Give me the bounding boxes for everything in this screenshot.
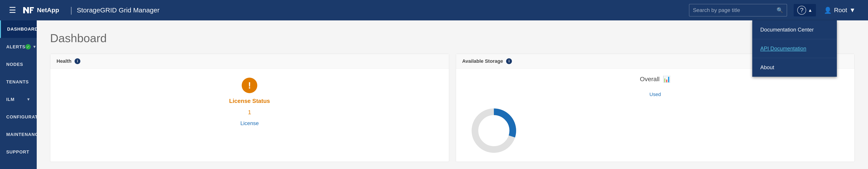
sidebar-tenants-label: TENANTS	[6, 79, 29, 85]
bar-chart-icon: 📊	[663, 75, 671, 83]
sidebar-item-ilm[interactable]: ILM ▼	[0, 91, 37, 108]
content-area: Dashboard Health i ! License Status 1 Li…	[37, 20, 868, 169]
main-layout: DASHBOARD ALERTS ✓ ▼ NODES TENANTS ILM ▼…	[0, 20, 868, 169]
api-doc-item[interactable]: API Documentation	[752, 39, 837, 58]
help-chevron-icon: ▲	[808, 8, 812, 13]
sidebar-item-configuration[interactable]: CONFIGURATION	[0, 108, 37, 126]
nav-divider: |	[70, 6, 72, 15]
storage-overall: Overall 📊	[640, 75, 671, 83]
health-panel-title: Health	[57, 58, 71, 64]
sidebar-maintenance-label: MAINTENANCE	[6, 132, 42, 137]
user-label: Root	[834, 7, 847, 14]
search-icon: 🔍	[777, 7, 783, 13]
doc-center-item[interactable]: Documentation Center	[752, 20, 837, 39]
about-label: About	[760, 64, 774, 70]
sidebar-ilm-label: ILM	[6, 97, 14, 102]
page-title: Dashboard	[50, 32, 855, 45]
health-panel: Health i ! License Status 1 License	[50, 54, 449, 162]
license-count: 1	[248, 109, 251, 116]
health-panel-header: Health i	[50, 54, 449, 69]
sidebar-item-alerts[interactable]: ALERTS ✓ ▼	[0, 38, 37, 56]
sidebar-item-maintenance[interactable]: MAINTENANCE	[0, 126, 37, 143]
sidebar-nodes-label: NODES	[6, 62, 23, 67]
hamburger-button[interactable]: ☰	[9, 6, 16, 15]
alerts-right: ✓ ▼	[25, 44, 36, 49]
sidebar-item-support[interactable]: SUPPORT	[0, 143, 37, 161]
license-link[interactable]: License	[240, 120, 259, 126]
sidebar-support-label: SUPPORT	[6, 150, 29, 155]
search-input[interactable]	[693, 7, 777, 13]
search-container: 🔍	[689, 4, 787, 16]
user-chevron-icon: ▼	[849, 7, 856, 14]
netapp-label: NetApp	[37, 7, 59, 14]
health-panel-body: ! License Status 1 License	[50, 69, 449, 135]
svg-rect-6	[30, 7, 31, 13]
netapp-logo-icon	[23, 6, 34, 14]
ilm-chevron-icon: ▼	[27, 97, 30, 102]
sidebar-alerts-label: ALERTS	[6, 44, 25, 49]
sidebar: DASHBOARD ALERTS ✓ ▼ NODES TENANTS ILM ▼…	[0, 20, 37, 169]
storage-overall-label: Overall	[640, 76, 660, 83]
donut-chart	[469, 106, 518, 155]
top-nav: ☰ NetApp | StorageGRID Grid Manager 🔍 ? …	[0, 0, 868, 20]
alerts-badge: ✓	[25, 44, 31, 49]
user-menu-button[interactable]: 👤 Root ▼	[820, 4, 859, 16]
storage-used-label: Used	[649, 92, 661, 97]
help-dropdown: Documentation Center API Documentation A…	[752, 20, 837, 77]
help-question-icon: ?	[797, 6, 806, 15]
panels-row: Health i ! License Status 1 License Avai…	[50, 54, 855, 162]
about-item[interactable]: About	[752, 58, 837, 77]
storage-panel-body: Overall 📊 Used	[456, 69, 855, 162]
sidebar-dashboard-label: DASHBOARD	[7, 27, 38, 32]
app-logo: NetApp	[23, 6, 59, 14]
license-warning-icon: !	[242, 78, 257, 93]
warning-symbol: !	[248, 81, 251, 90]
donut-chart-container	[469, 106, 518, 155]
alerts-chevron-icon: ▼	[32, 45, 36, 49]
app-title: StorageGRID Grid Manager	[77, 6, 160, 14]
storage-panel-title: Available Storage	[462, 58, 503, 64]
sidebar-item-tenants[interactable]: TENANTS	[0, 73, 37, 91]
help-button[interactable]: ? ▲	[794, 4, 816, 16]
sidebar-item-nodes[interactable]: NODES	[0, 56, 37, 73]
doc-center-label: Documentation Center	[760, 27, 814, 33]
health-info-icon[interactable]: i	[74, 58, 80, 64]
sidebar-item-dashboard[interactable]: DASHBOARD	[0, 20, 37, 38]
api-doc-link[interactable]: API Documentation	[760, 45, 806, 51]
storage-info-icon[interactable]: i	[506, 58, 512, 64]
license-status-label: License Status	[229, 97, 270, 104]
svg-rect-3	[27, 7, 29, 13]
user-icon: 👤	[824, 7, 832, 14]
